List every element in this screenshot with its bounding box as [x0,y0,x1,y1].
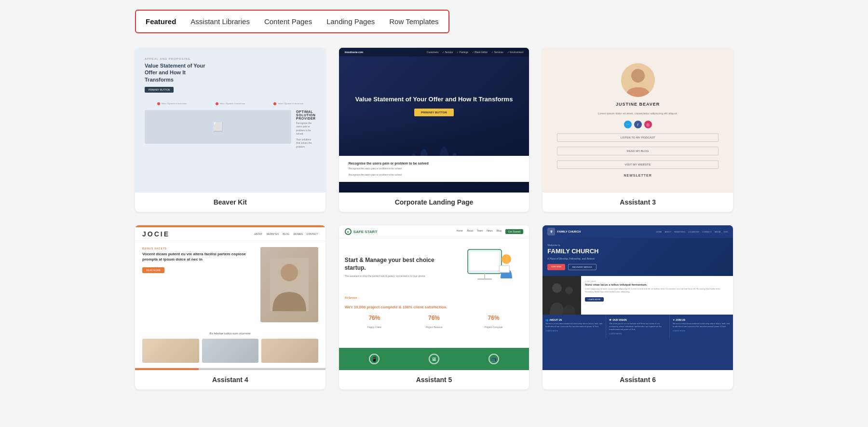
a4-nav-links: ABOUT WEBSITES BLOG WOMEN CONTACT [254,233,318,235]
a4-nav-blog: BLOG [283,233,289,235]
a3-twitter-icon: 🐦 [624,121,632,128]
a3-website-btn: VISIT MY WEBSITE [557,160,719,169]
a6-vision-para: The tools you do on our website and thos… [609,322,666,331]
a4-thumb-3 [261,339,318,363]
a5-bottom-icon-3: 📺 [488,354,499,364]
corp-nav: brandname.com Customers ✓ Service ✓ Part… [339,48,529,56]
corp-nav-links: Customers ✓ Service ✓ Partings ✓ Blank E… [427,51,523,54]
template-label-beaver-kit: Beaver Kit [135,193,326,212]
a5-stat-3: 76% Project Complain [464,312,524,333]
corp-extra-para: Recognise the users pain or problem to b… [349,173,520,176]
a5-stat-number-3: 76% [467,315,521,321]
template-preview-beaver-kit[interactable]: APPEAL AND PROPOSING Value Statement of … [135,48,326,193]
corp-hero: Value Statement of Your Offer and How It… [341,56,528,156]
bk-title: Value Statement of Your Offer and How It… [145,62,212,83]
a6-nav-about: ABOUT [665,231,671,233]
corp-nav-link-5: ✓ Services [491,51,503,54]
a5-hero-title: Start & Manage your best choice startup. [345,257,456,272]
a5-nav: ✦ SAFE START Home About Team News Blog G… [339,225,529,238]
a5-nav-blog: Blog [497,229,502,234]
corp-logo: brandname.com [345,51,364,54]
a3-podcast-btn: LISTEN TO MY PODCAST [557,133,719,142]
template-label-assistant6: Assistant 6 [542,370,733,389]
a6-content-svg [542,276,581,315]
a5-nav-team: Team [477,229,483,234]
image-placeholder-icon: ⬜ [213,122,223,132]
a6-give-btn: GIVE NOW [547,264,565,270]
a5-service-label: All Service → [345,296,360,299]
template-card-beaver-kit: APPEAL AND PROPOSING Value Statement of … [135,48,326,212]
a5-hero-para: The assistant to shop the perfect look &… [345,274,456,278]
a6-logo-text: FAMILY CHURCH [557,230,581,233]
tab-row-templates[interactable]: Row Templates [389,15,438,28]
tab-assistant-libraries[interactable]: Assistant Libraries [190,15,250,28]
svg-point-3 [281,264,298,281]
a4-logo: JOCIE [142,230,170,238]
a5-hero: Start & Manage your best choice startup.… [339,238,529,296]
a4-tag: BONUS FACETS [142,247,256,250]
a4-nav-women: WOMEN [293,233,303,235]
template-card-assistant3: JUSTINE BEAVER Lorem ipsum dolor sit ame… [542,48,733,212]
a6-logo-icon: ✟ [547,228,555,235]
a6-content-title: Nunc vitae lacus a tellus volutpat ferme… [585,283,729,286]
tab-content-pages[interactable]: Content Pages [264,15,312,28]
corp-hero-btn: PRIMARY BUTTON [414,109,454,116]
a5-nav-news: News [487,229,493,234]
template-preview-corporate[interactable]: brandname.com Customers ✓ Service ✓ Part… [339,48,529,193]
a6-img-dark [542,276,581,315]
a4-read-more: READ MORE [142,267,164,273]
template-label-assistant5: Assistant 5 [339,370,529,389]
a6-about-para: We are a cross-denominational community … [545,322,603,328]
a3-desc: Lorem ipsum dolor sit amet, consectetur … [598,111,678,116]
a6-lorem-label: Lorem ipsum [585,280,729,282]
corp-nav-link-2: ✓ Service [442,51,453,54]
a6-content-para: Lorem adipiscing sit amet, consectetur a… [585,288,729,293]
a5-all-service: All Service → [339,296,529,303]
a6-logo: ✟ FAMILY CHURCH [547,228,581,235]
template-preview-assistant3[interactable]: JUSTINE BEAVER Lorem ipsum dolor sit ame… [542,48,733,193]
bk-text-block: OPTIMAL SOLUTION PROVIDER Recognise the … [296,110,316,149]
corp-bottom-text: Recognise the users pain or problem to b… [349,162,520,165]
a6-nav: ✟ FAMILY CHURCH HOME ABOUT MINISTRIES LO… [542,225,733,238]
a4-thumb-1 [142,339,199,363]
a6-img-block [542,276,581,315]
a5-nav-about: About [467,229,473,234]
a5-stats: 76% Happy Client 76% Project Balance 76%… [339,312,529,333]
bk-feature-label-1: Value / Dynamic et accumsan [162,102,187,105]
a6-join-title: ✕ JOIN US [673,318,730,321]
a6-nav-ministries: MINISTRIES [674,231,685,233]
a6-vision-learn: LEARN MORE [609,332,666,335]
template-preview-assistant6[interactable]: ✟ FAMILY CHURCH HOME ABOUT MINISTRIES LO… [542,225,733,370]
a4-image-col [260,247,318,322]
a4-person-svg [270,258,309,311]
bk-section-tag: OPTIMAL SOLUTION PROVIDER [296,110,316,120]
template-preview-assistant4[interactable]: JOCIE ABOUT WEBSITES BLOG WOMEN CONTACT … [135,225,326,370]
page-wrapper: Featured Assistant Libraries Content Pag… [0,0,868,427]
tab-featured[interactable]: Featured [146,15,176,28]
a5-cta-btn: Get Started [505,229,524,234]
a5-tagline: We'r 10,000 project complete & 100% clie… [339,303,529,312]
a6-nav-locations: LOCATIONS [688,231,699,233]
a6-nav-home: HOME [656,231,662,233]
template-label-corporate: Corporate Landing Page [339,193,529,212]
a4-bottom-links [135,368,326,370]
a5-stat-label-1: Happy Client [367,326,381,329]
a6-about-label: ABOUT US [549,318,562,321]
bk-header: APPEAL AND PROPOSING Value Statement of … [145,57,316,93]
a6-join-learn: LEARN MORE [673,330,730,332]
a3-newsletter: NEWSLETTER [624,174,652,177]
template-preview-assistant5[interactable]: ✦ SAFE START Home About Team News Blog G… [339,225,529,370]
a5-stat-number-1: 76% [348,315,402,321]
corp-nav-link-6: ✓ Environment [507,51,523,54]
a5-logo-text: SAFE START [353,230,378,234]
a4-images-row [135,339,326,368]
bk-feature-dot-3 [273,102,276,105]
a6-hero: Welcome to FAMILY CHURCH A Place of Wors… [542,238,733,276]
corp-nav-link-1: Customers [427,51,438,54]
bk-feature-label-2: Value / Dynamic et accumsan [220,102,245,105]
a3-instagram-icon: ◎ [644,121,652,128]
a6-about-learn: LEARN MORE [545,330,603,332]
tab-landing-pages[interactable]: Landing Pages [326,15,375,28]
tabs-bar: Featured Assistant Libraries Content Pag… [135,10,449,33]
a4-person-img [260,247,318,322]
